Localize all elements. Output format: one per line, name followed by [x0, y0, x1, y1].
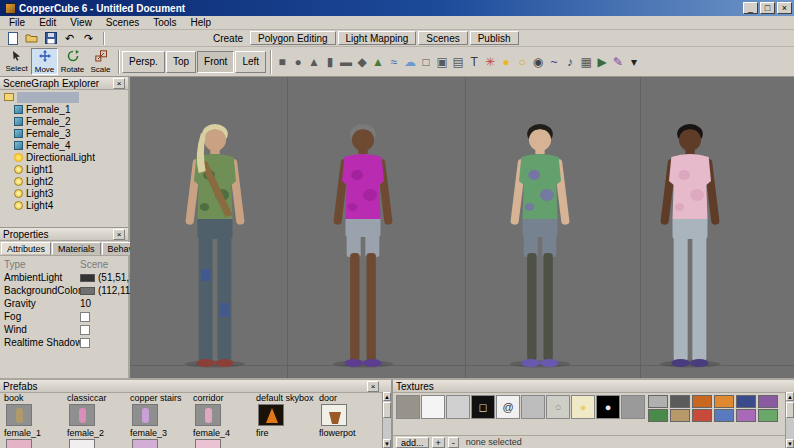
scenegraph-close-button[interactable]: × — [113, 78, 125, 89]
scenegraph-item-female_2[interactable]: Female_2 — [0, 115, 128, 127]
sphere-icon[interactable]: ● — [290, 51, 306, 73]
move-tool-button[interactable]: Move — [31, 48, 58, 75]
texture-atlas-thumbnail[interactable] — [714, 409, 734, 422]
prefab-item[interactable] — [0, 438, 63, 448]
prefab-item[interactable] — [126, 438, 189, 448]
scenegraph-item-female_1[interactable]: Female_1 — [0, 103, 128, 115]
tab-materials[interactable]: Materials — [52, 242, 101, 255]
scenegraph-item-root[interactable] — [0, 91, 128, 103]
cone-icon[interactable]: ▲ — [306, 51, 322, 73]
scrollbar-thumb[interactable] — [383, 402, 391, 418]
checkbox[interactable] — [80, 325, 90, 335]
texture-atlas-thumbnail[interactable] — [736, 409, 756, 422]
animated-mesh-icon[interactable]: ▶ — [594, 51, 610, 73]
add-texture-button[interactable]: add... — [396, 437, 429, 448]
prefab-item-female_4[interactable] — [189, 403, 252, 428]
scenegraph-item-light3[interactable]: Light3 — [0, 187, 128, 199]
prefab-thumbnail[interactable] — [69, 439, 95, 448]
prefab-thumbnail[interactable] — [195, 439, 221, 448]
texture-atlas-thumbnail[interactable] — [758, 395, 778, 408]
open-icon[interactable] — [22, 31, 41, 46]
redo-icon[interactable]: ↷ — [79, 31, 98, 46]
bulb-icon[interactable]: ○ — [514, 51, 530, 73]
texture-atlas-thumbnail[interactable] — [670, 395, 690, 408]
prefab-item-female_1[interactable] — [0, 403, 63, 428]
menu-edit[interactable]: Edit — [32, 17, 63, 28]
scenegraph-item-light1[interactable]: Light1 — [0, 163, 128, 175]
room-icon[interactable]: □ — [418, 51, 434, 73]
texture-atlas-thumbnail[interactable] — [692, 409, 712, 422]
save-icon[interactable] — [41, 31, 60, 46]
camera-icon[interactable]: ◉ — [530, 51, 546, 73]
minimize-button[interactable]: _ — [743, 2, 758, 14]
prefabs-close-button[interactable]: × — [367, 381, 379, 392]
scenegraph-item-light2[interactable]: Light2 — [0, 175, 128, 187]
scale-tool-button[interactable]: Scale — [87, 48, 114, 75]
prefab-thumbnail[interactable] — [6, 439, 32, 448]
menu-file[interactable]: File — [2, 17, 32, 28]
minus-texture-button[interactable]: - — [448, 437, 459, 448]
character-female_1[interactable] — [145, 117, 285, 369]
close-button[interactable]: × — [777, 2, 792, 14]
scenegraph-item-female_3[interactable]: Female_3 — [0, 127, 128, 139]
prefab-item[interactable] — [189, 438, 252, 448]
water-icon[interactable]: ≈ — [386, 51, 402, 73]
undo-icon[interactable]: ↶ — [60, 31, 79, 46]
rotate-tool-button[interactable]: Rotate — [59, 48, 86, 75]
menu-tools[interactable]: Tools — [146, 17, 183, 28]
polygon-icon[interactable]: ◆ — [354, 51, 370, 73]
polygon-editing-button[interactable]: Polygon Editing — [250, 31, 336, 45]
scenes-button[interactable]: Scenes — [418, 31, 467, 45]
publish-button[interactable]: Publish — [470, 31, 519, 45]
mesh-icon[interactable]: ▦ — [578, 51, 594, 73]
skybox-icon[interactable]: ☁ — [402, 51, 418, 73]
character-female_2[interactable] — [293, 117, 433, 369]
prefab-thumbnail[interactable] — [6, 404, 32, 426]
prefab-thumbnail[interactable] — [69, 404, 95, 426]
scroll-down-icon[interactable]: ▼ — [786, 439, 794, 448]
plus-texture-button[interactable]: + — [432, 437, 445, 448]
prefab-thumbnail[interactable] — [132, 404, 158, 426]
more-dropdown-icon[interactable]: ▾ — [626, 51, 642, 73]
prefab-item-female_2[interactable] — [63, 403, 126, 428]
prefab-item-female_3[interactable] — [126, 403, 189, 428]
stone-wall-texture[interactable] — [396, 395, 420, 419]
light-icon[interactable]: ● — [498, 51, 514, 73]
path-icon[interactable]: ~ — [546, 51, 562, 73]
lightbulb-texture[interactable]: ○ — [546, 395, 570, 419]
scenegraph-item-female_4[interactable]: Female_4 — [0, 139, 128, 151]
view-persp-button[interactable]: Persp. — [122, 51, 165, 73]
color-swatch[interactable] — [80, 274, 95, 282]
gray-texture[interactable] — [521, 395, 545, 419]
script-icon[interactable]: ✎ — [610, 51, 626, 73]
textures-scrollbar[interactable]: ▲ ▼ — [785, 392, 794, 448]
scenegraph-item-light4[interactable]: Light4 — [0, 199, 128, 211]
plane-icon[interactable]: ▬ — [338, 51, 354, 73]
menu-help[interactable]: Help — [184, 17, 219, 28]
terrain-icon[interactable]: ▲ — [370, 51, 386, 73]
light-mapping-button[interactable]: Light Mapping — [338, 31, 417, 45]
texture-atlas-thumbnail[interactable] — [648, 395, 668, 408]
texture-atlas-thumbnail[interactable] — [648, 409, 668, 422]
lightbulb-bright-texture[interactable]: ● — [571, 395, 595, 419]
billboard-icon[interactable]: ▣ — [434, 51, 450, 73]
select-tool-button[interactable]: Select — [3, 48, 30, 75]
gradient-texture[interactable] — [446, 395, 470, 419]
viewport-3d[interactable] — [130, 77, 794, 378]
smoke-texture[interactable] — [621, 395, 645, 419]
black-cube-texture[interactable]: ◻ — [471, 395, 495, 419]
checkbox[interactable] — [80, 312, 90, 322]
menu-scenes[interactable]: Scenes — [99, 17, 146, 28]
checkbox[interactable] — [80, 338, 90, 348]
character-female_4[interactable] — [620, 117, 760, 369]
color-swatch[interactable] — [80, 287, 95, 295]
scenegraph-item-directionallight[interactable]: DirectionalLight — [0, 151, 128, 163]
new-document-icon[interactable] — [3, 31, 22, 46]
scroll-down-icon[interactable]: ▼ — [383, 439, 391, 448]
texture-atlas-thumbnail[interactable] — [736, 395, 756, 408]
view-top-button[interactable]: Top — [166, 51, 196, 73]
character-female_3[interactable] — [470, 117, 610, 369]
prefab-thumbnail[interactable] — [195, 404, 221, 426]
prefab-thumbnail[interactable] — [321, 404, 347, 426]
prefabs-scrollbar[interactable]: ▲ ▼ — [382, 392, 391, 448]
